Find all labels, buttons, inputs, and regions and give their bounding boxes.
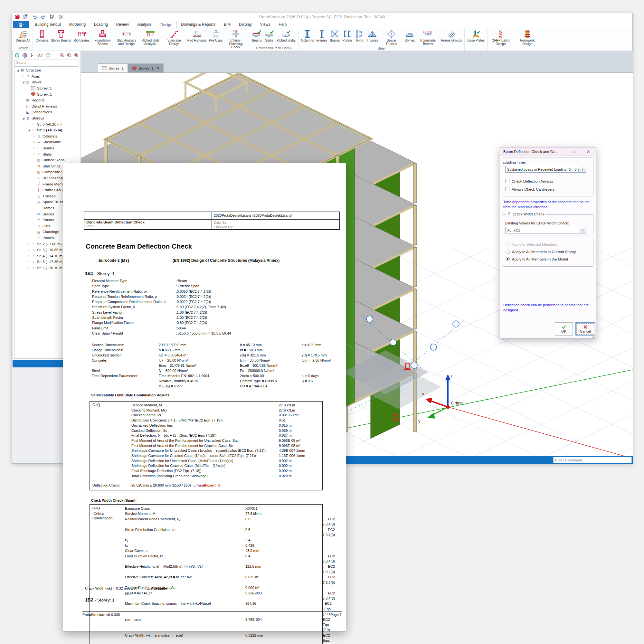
beam-deflection-dialog[interactable]: Beam Deflection Check and Cr... — □ ✕ Lo… bbox=[500, 147, 596, 339]
command-input[interactable] bbox=[553, 457, 632, 463]
radio-row[interactable]: Apply to All Members in Current Storey bbox=[506, 250, 592, 254]
ribbon-button[interactable]: Composite Beams bbox=[416, 29, 440, 46]
tree-item[interactable]: ◢≣Storeys bbox=[14, 115, 79, 121]
menu-tab[interactable]: Loading bbox=[90, 21, 112, 28]
tree-item[interactable]: ▷▭Beams bbox=[14, 145, 79, 151]
close-icon[interactable]: ✕ bbox=[157, 66, 159, 70]
menu-tab[interactable]: Help bbox=[274, 21, 291, 28]
ribbon-button[interactable]: Pile Caps bbox=[208, 29, 224, 43]
ribbon-button[interactable]: Braces bbox=[328, 29, 341, 43]
menu-tab[interactable]: BIM bbox=[220, 21, 235, 28]
zoom-window-icon[interactable] bbox=[60, 53, 65, 58]
loading-time-dropdown[interactable]: Sustained Loads or Repeated Loading (β =… bbox=[505, 166, 586, 173]
isoview-icon[interactable] bbox=[45, 53, 51, 58]
ucs-icon[interactable] bbox=[30, 53, 35, 58]
ribbon-button[interactable]: Slabs bbox=[263, 29, 275, 43]
tree-item[interactable]: ▤Reports bbox=[14, 97, 79, 103]
globe-icon[interactable] bbox=[22, 53, 27, 58]
zoom-previous-icon[interactable] bbox=[67, 53, 72, 58]
expander-icon[interactable]: ▷ bbox=[21, 75, 25, 78]
ribbon-button[interactable]: Beams bbox=[251, 29, 263, 43]
radio-icon[interactable] bbox=[506, 250, 510, 254]
ribbon-button[interactable]: Column Punching Check bbox=[224, 29, 248, 50]
ribbon-button[interactable]: Storey Beams bbox=[50, 29, 72, 43]
ribbon-button[interactable]: Columns bbox=[300, 29, 315, 43]
menu-tab[interactable]: Modelling bbox=[65, 21, 90, 28]
ribbon-button[interactable]: Design All bbox=[14, 29, 31, 43]
menu-tab[interactable]: Design bbox=[156, 21, 177, 28]
ribbon-button[interactable]: Formwork Design bbox=[516, 29, 539, 46]
search-input[interactable] bbox=[14, 60, 79, 65]
ribbon-button[interactable]: Purlins bbox=[341, 29, 354, 43]
resize-grip[interactable] bbox=[592, 334, 596, 338]
tree-item[interactable]: ◢○St: 1 (+4.35 m) bbox=[14, 127, 79, 133]
ribbon-button[interactable]: Slab Analysis and Design bbox=[115, 29, 138, 46]
ribbon-button[interactable]: Frame Groups bbox=[440, 29, 463, 43]
ribbon-button[interactable]: Base Plates bbox=[466, 29, 486, 43]
expander-icon[interactable]: ▷ bbox=[32, 153, 36, 156]
expander-icon[interactable]: ▷ bbox=[32, 141, 36, 143]
tree-item[interactable]: ▨Ribbed Slabs bbox=[14, 157, 79, 163]
expander-icon[interactable]: ▷ bbox=[27, 267, 31, 269]
tree-item[interactable]: ◫Detail Previews bbox=[14, 103, 79, 109]
tree-item[interactable]: ▷∷Axes bbox=[14, 73, 79, 80]
cancel-button[interactable]: Cancel bbox=[575, 322, 595, 336]
menu-tab[interactable]: Drawings & Reports bbox=[177, 21, 220, 28]
checkbox-row[interactable]: Always Check Cantilevers bbox=[505, 187, 591, 191]
radio-row[interactable]: Apply to All Members in the Model bbox=[506, 257, 592, 261]
expander-icon[interactable]: ▷ bbox=[27, 260, 31, 263]
ribbon-button[interactable]: CFRP Batch Design bbox=[489, 29, 513, 46]
crack-width-checkbox[interactable] bbox=[507, 212, 511, 216]
expander-icon[interactable]: ◢ bbox=[27, 129, 31, 132]
ribbon-button[interactable]: Staircase Design bbox=[162, 29, 186, 46]
annotate-icon[interactable]: A1 bbox=[38, 53, 43, 58]
expander-icon[interactable]: ◢ bbox=[21, 81, 25, 84]
minimize-button[interactable]: — bbox=[552, 147, 565, 156]
tree-item[interactable]: ▷▱Slabs bbox=[14, 151, 79, 157]
tree-item[interactable]: ◢▥Views bbox=[14, 79, 79, 85]
checkbox-icon[interactable] bbox=[505, 187, 509, 191]
maximize-button[interactable]: □ bbox=[567, 147, 580, 156]
checkbox-row[interactable]: Check Deflection Anyway bbox=[505, 179, 591, 183]
ribbon-button[interactable]: Domes bbox=[403, 29, 416, 43]
expander-icon[interactable]: ◢ bbox=[16, 69, 20, 72]
ribbon-button[interactable]: Ribbed Slab Analysis bbox=[138, 29, 162, 46]
tree-item[interactable]: Storey: 1 bbox=[14, 85, 79, 91]
view-tab[interactable]: Storey: 1 bbox=[98, 63, 128, 72]
refresh-icon[interactable] bbox=[14, 53, 20, 58]
expander-icon[interactable]: ◢ bbox=[21, 117, 25, 120]
menu-tab[interactable]: Review bbox=[112, 21, 133, 28]
ribbon-button[interactable]: Trusses bbox=[365, 29, 379, 43]
expander-icon[interactable]: ▷ bbox=[32, 135, 36, 137]
close-button[interactable]: ✕ bbox=[582, 147, 595, 156]
limiting-values-dropdown[interactable]: X0, XC1 ▾ bbox=[505, 227, 586, 233]
expander-icon[interactable]: ▷ bbox=[27, 123, 31, 126]
expander-icon[interactable]: ▷ bbox=[27, 243, 31, 245]
view-tab[interactable]: Storey: 1✕ bbox=[128, 63, 164, 72]
expander-icon[interactable]: ▷ bbox=[27, 249, 31, 251]
expander-icon[interactable]: ▷ bbox=[27, 255, 31, 257]
expander-icon[interactable]: ▷ bbox=[32, 147, 36, 149]
ribbon-button[interactable]: Ribbed Slabs bbox=[275, 29, 297, 43]
report-window[interactable]: 2020ProtaDestekLisans (2020ProtaDestekLi… bbox=[63, 163, 346, 631]
ok-button[interactable]: OK bbox=[555, 322, 573, 336]
menu-tab[interactable]: Views bbox=[256, 21, 275, 28]
ribbon-button[interactable]: Pad Footings bbox=[186, 29, 208, 43]
radio-icon[interactable] bbox=[506, 257, 510, 261]
tree-item[interactable]: ▷▯Columns bbox=[14, 133, 79, 139]
menu-tab[interactable]: Building Setout bbox=[31, 21, 65, 28]
tree-item[interactable]: ▷○St: 0 (+0.20 m) bbox=[14, 121, 79, 127]
ribbon-button[interactable]: Girts bbox=[354, 29, 365, 43]
tree-item[interactable]: Storey: 1 bbox=[14, 91, 79, 97]
zoom-extents-icon[interactable] bbox=[74, 53, 79, 58]
ribbon-button[interactable]: Columns bbox=[34, 29, 49, 43]
ribbon-button[interactable]: Foundation Beams bbox=[91, 29, 115, 46]
checkbox-icon[interactable] bbox=[505, 179, 509, 183]
menu-tab[interactable]: Display bbox=[235, 21, 256, 28]
ribbon-button[interactable]: Space Trusses bbox=[379, 29, 403, 46]
tree-item[interactable]: ◣Connections bbox=[14, 109, 79, 115]
ribbon-button[interactable]: Frames bbox=[315, 29, 328, 43]
app-menu-button[interactable] bbox=[13, 21, 29, 28]
menu-tab[interactable]: Analysis bbox=[133, 21, 156, 28]
tree-item[interactable]: ▷▰Shearwalls bbox=[14, 139, 79, 145]
